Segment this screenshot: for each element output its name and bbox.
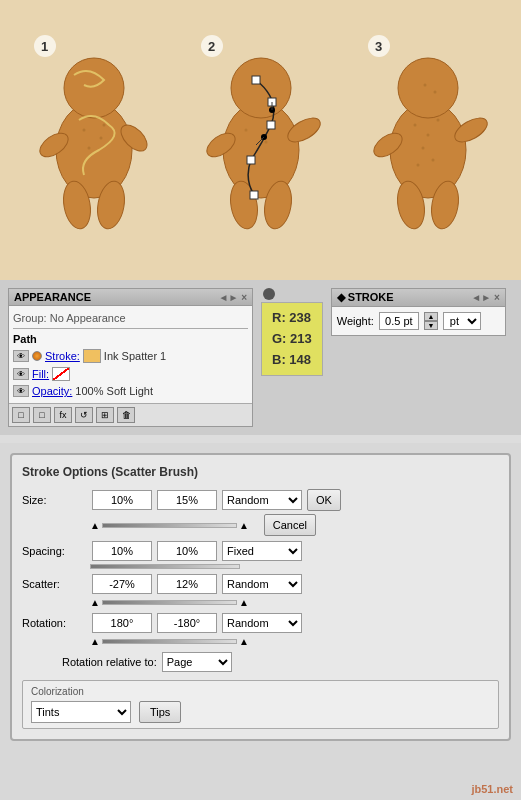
scatter-label: Scatter:	[22, 578, 87, 590]
svg-point-39	[423, 84, 426, 87]
svg-point-34	[426, 134, 429, 137]
stroke-color-swatch[interactable]	[83, 349, 101, 363]
color-g: G: 213	[272, 329, 312, 350]
svg-point-37	[431, 159, 434, 162]
size-label: Size:	[22, 494, 87, 506]
ok-button[interactable]: OK	[307, 489, 341, 511]
gingerbread-1	[29, 30, 159, 250]
appearance-body: Group: No Appearance Path 👁 Stroke: Ink …	[9, 306, 252, 403]
new-art-btn[interactable]: □	[33, 407, 51, 423]
dialog-title: Stroke Options (Scatter Brush)	[22, 465, 499, 479]
rotation-input-2[interactable]	[157, 613, 217, 633]
fill-row: 👁 Fill:	[13, 365, 248, 383]
stroke-options-dialog: Stroke Options (Scatter Brush) Size: Ran…	[10, 453, 511, 741]
colorization-title: Colorization	[31, 686, 490, 697]
appearance-controls[interactable]: ◄► ×	[219, 292, 247, 303]
step-1-number: 1	[34, 35, 56, 57]
rotation-slider-row: ▲ ▲	[22, 636, 499, 647]
size-input-1[interactable]	[92, 490, 152, 510]
tips-button[interactable]: Tips	[139, 701, 181, 723]
appearance-title: APPEARANCE	[14, 291, 91, 303]
spacing-row: Spacing: Fixed Random	[22, 541, 499, 561]
svg-point-26	[264, 141, 267, 144]
size-method-select[interactable]: Random Fixed Pressure	[222, 490, 302, 510]
rotation-label: Rotation:	[22, 617, 87, 629]
connector-dot	[263, 288, 275, 300]
size-slider-right-icon: ▲	[239, 520, 249, 531]
opacity-row: 👁 Opacity: 100% Soft Light	[13, 383, 248, 399]
weight-up[interactable]: ▲	[424, 312, 438, 321]
scatter-method-select[interactable]: Random Fixed	[222, 574, 302, 594]
spacing-slider-row	[22, 564, 499, 569]
svg-rect-19	[247, 156, 255, 164]
size-input-2[interactable]	[157, 490, 217, 510]
rotation-relative-select[interactable]: Page Path	[162, 652, 232, 672]
scatter-input-1[interactable]	[92, 574, 152, 594]
spacing-method-select[interactable]: Fixed Random	[222, 541, 302, 561]
rotation-slider[interactable]	[102, 639, 237, 644]
svg-rect-20	[250, 191, 258, 199]
duplicate-btn[interactable]: ⊞	[96, 407, 114, 423]
fill-eye-icon[interactable]: 👁	[13, 368, 29, 380]
delete-btn[interactable]: 🗑	[117, 407, 135, 423]
stroke-value: Ink Spatter 1	[104, 350, 166, 362]
fill-label[interactable]: Fill:	[32, 368, 49, 380]
fill-swatch[interactable]	[52, 367, 70, 381]
stroke-label[interactable]: Stroke:	[45, 350, 80, 362]
unit-select[interactable]: pt px	[443, 312, 481, 330]
svg-point-8	[87, 147, 90, 150]
svg-point-28	[398, 58, 458, 118]
panels-row: APPEARANCE ◄► × Group: No Appearance Pat…	[8, 288, 513, 427]
cancel-button-wrapper: Cancel	[254, 514, 316, 536]
weight-spinner[interactable]: ▲ ▼	[424, 312, 438, 330]
size-slider[interactable]	[102, 523, 237, 528]
scatter-left-icon: ▲	[90, 597, 100, 608]
rotation-relative-row: Rotation relative to: Page Path	[22, 652, 499, 672]
stroke-eye-icon[interactable]: 👁	[13, 350, 29, 362]
scatter-slider-row: ▲ ▲	[22, 597, 499, 608]
svg-point-7	[99, 137, 102, 140]
appearance-panel[interactable]: APPEARANCE ◄► × Group: No Appearance Pat…	[8, 288, 253, 427]
spacing-label: Spacing:	[22, 545, 87, 557]
rotation-input-1[interactable]	[92, 613, 152, 633]
cancel-button[interactable]: Cancel	[264, 514, 316, 536]
main-container: 1	[0, 0, 521, 800]
stroke-visibility-dot	[32, 351, 42, 361]
spacing-input-1[interactable]	[92, 541, 152, 561]
scatter-row: Scatter: Random Fixed	[22, 574, 499, 594]
clear-btn[interactable]: ↺	[75, 407, 93, 423]
color-b: B: 148	[272, 350, 312, 371]
stroke-panel-body: Weight: ▲ ▼ pt px	[332, 307, 505, 335]
color-popup-wrapper: R: 238 G: 213 B: 148	[261, 288, 323, 376]
opacity-label[interactable]: Opacity:	[32, 385, 72, 397]
scatter-right-icon: ▲	[239, 597, 249, 608]
svg-point-40	[433, 91, 436, 94]
stroke-controls[interactable]: ◄► ×	[471, 292, 499, 303]
svg-point-38	[416, 164, 419, 167]
svg-point-25	[244, 129, 247, 132]
svg-rect-16	[252, 76, 260, 84]
rotation-right-icon: ▲	[239, 636, 249, 647]
add-btn[interactable]: □	[12, 407, 30, 423]
weight-down[interactable]: ▼	[424, 321, 438, 330]
spacing-input-2[interactable]	[157, 541, 217, 561]
size-row: Size: Random Fixed Pressure OK	[22, 489, 499, 511]
weight-input[interactable]	[379, 312, 419, 330]
svg-point-9	[102, 124, 105, 127]
rotation-method-select[interactable]: Random Fixed	[222, 613, 302, 633]
step-2-number: 2	[201, 35, 223, 57]
fx-btn[interactable]: fx	[54, 407, 72, 423]
step-3-number: 3	[368, 35, 390, 57]
spacing-slider[interactable]	[90, 564, 240, 569]
appearance-toolbar: □ □ fx ↺ ⊞ 🗑	[9, 403, 252, 426]
colorization-select[interactable]: Tints None Tints and Shades Hue Shift	[31, 701, 131, 723]
size-slider-left-icon: ▲	[90, 520, 100, 531]
stroke-row: 👁 Stroke: Ink Spatter 1	[13, 347, 248, 365]
scatter-slider[interactable]	[102, 600, 237, 605]
stroke-panel: ◆ STROKE ◄► × Weight: ▲ ▼ pt px	[331, 288, 506, 336]
scatter-input-2[interactable]	[157, 574, 217, 594]
group-label: Group: No Appearance	[13, 310, 248, 326]
appearance-titlebar: APPEARANCE ◄► ×	[9, 289, 252, 306]
opacity-eye-icon[interactable]: 👁	[13, 385, 29, 397]
opacity-value: 100% Soft Light	[75, 385, 153, 397]
